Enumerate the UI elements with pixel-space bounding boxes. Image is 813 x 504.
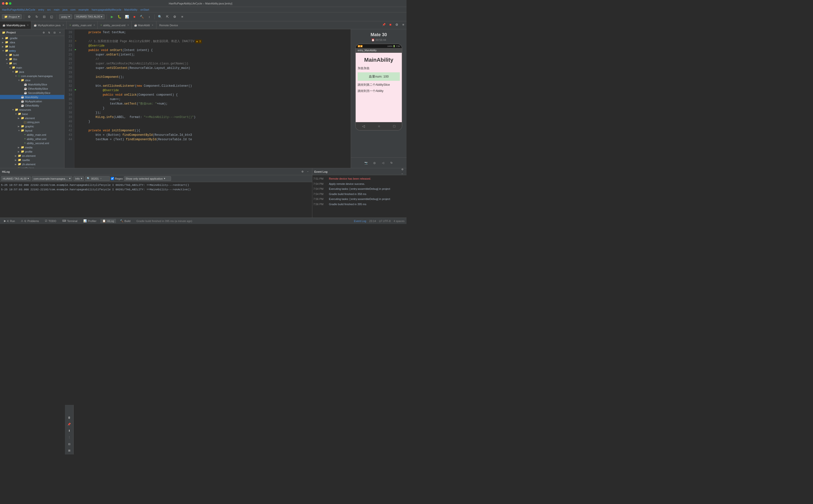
statusbar-hilog-tab[interactable]: 📋 HiLog bbox=[100, 219, 116, 223]
hilog-show-selected[interactable]: Show only selected application ▾ bbox=[124, 176, 171, 181]
tab-ability-second-xml[interactable]: ✦ ability_second.xml × bbox=[98, 21, 132, 29]
breadcrumb-item[interactable]: java bbox=[62, 8, 67, 11]
tree-item-otherability[interactable]: ☕ OtherAbility bbox=[0, 103, 64, 108]
tree-item-myapplication[interactable]: ☕ MyApplication bbox=[0, 99, 64, 103]
sidebar-collapse-button[interactable]: ⊟ bbox=[52, 30, 57, 35]
tree-item-ability-other-xml[interactable]: ✦ ability_other.xml bbox=[0, 137, 64, 141]
profile-button[interactable]: 📊 bbox=[124, 14, 130, 20]
sync-project-button[interactable]: ↕ bbox=[146, 14, 152, 20]
tree-item-rawfile[interactable]: ▶ 📁 rawfile bbox=[0, 158, 64, 162]
search-clear-button[interactable]: × bbox=[100, 177, 102, 180]
tree-item-package[interactable]: ▼ ⬡ com.example.hanrupagea bbox=[0, 74, 64, 78]
tree-item-slice[interactable]: ▼ 📁 slice bbox=[0, 78, 64, 82]
statusbar-build-tab[interactable]: 🔨 Build bbox=[118, 219, 132, 223]
breadcrumb-item[interactable]: com bbox=[70, 8, 76, 11]
search-files-button[interactable]: 🔍 bbox=[157, 14, 163, 20]
hilog-content[interactable]: 5-25 19:57:02.990 22192-22192/com.exampl… bbox=[0, 182, 312, 218]
breadcrumb-item[interactable]: example bbox=[79, 8, 89, 11]
project-selector[interactable]: 📁 Project ▾ bbox=[2, 14, 22, 19]
close-button[interactable] bbox=[2, 2, 4, 5]
tree-item-main[interactable]: ▼ 📁 main bbox=[0, 65, 64, 70]
breadcrumb-item[interactable]: onStart bbox=[140, 8, 149, 11]
tab-mainability-java[interactable]: ☕ MainAbility.java × bbox=[0, 21, 31, 29]
sidebar-close-button[interactable]: × bbox=[58, 30, 62, 35]
tree-item-otherabilityslice[interactable]: ☕ OtherAbilitySlice bbox=[0, 86, 64, 91]
phone-back-button[interactable]: ◁ bbox=[362, 124, 365, 128]
tree-item-en-element[interactable]: ▶ 📁 en.element bbox=[0, 154, 64, 158]
settings-tab-button[interactable]: ⚙ bbox=[394, 21, 400, 28]
sidebar-settings-button[interactable]: ⚙ bbox=[41, 30, 46, 35]
tree-item-mainabilityslice[interactable]: ☕ MainAbilitySlice bbox=[0, 82, 64, 86]
breadcrumb-item[interactable]: MainAbility bbox=[124, 8, 137, 11]
run-button[interactable]: ▶ bbox=[109, 14, 115, 20]
tree-item-ability-main-xml[interactable]: ✦ ability_main.xml bbox=[0, 133, 64, 137]
tree-item-gradle[interactable]: ▶ 📁 .gradle bbox=[0, 36, 64, 40]
hilog-level-select[interactable]: Info ▾ bbox=[73, 176, 84, 181]
tree-item-ability-second-xml[interactable]: ✦ ability_second.xml bbox=[0, 141, 64, 145]
statusbar-profiler-tab[interactable]: 📊 Profiler bbox=[81, 219, 98, 223]
tree-item-layout[interactable]: ▼ 📁 layout bbox=[0, 128, 64, 133]
tree-item-resources[interactable]: ▼ 📁 resources bbox=[0, 108, 64, 112]
tab-myapplication-java[interactable]: ☕ MyApplication.java × bbox=[31, 21, 67, 29]
tab-close-icon[interactable]: × bbox=[62, 24, 64, 27]
search-button[interactable]: ◱ bbox=[48, 14, 55, 20]
breadcrumb-item[interactable]: main bbox=[54, 8, 60, 11]
debug-button[interactable]: 🐛 bbox=[116, 14, 123, 20]
phone-recents-button[interactable]: □ bbox=[393, 124, 395, 128]
tree-item-entry[interactable]: ▼ 📁 entry bbox=[0, 49, 64, 53]
statusbar-todo-tab[interactable]: ☑ TODO bbox=[43, 219, 58, 223]
tree-item-zh-element[interactable]: ▶ 📁 zh.element bbox=[0, 162, 64, 166]
more-button[interactable]: ≡ bbox=[179, 14, 185, 20]
breadcrumb-item[interactable]: HanRuPageAbilityLifeCycle bbox=[2, 8, 35, 11]
minimize-button[interactable] bbox=[5, 2, 8, 5]
phone-home-button[interactable]: ○ bbox=[378, 124, 380, 128]
sync-button[interactable]: ↻ bbox=[33, 14, 40, 20]
tree-item-profile[interactable]: ▶ 📁 profile bbox=[0, 149, 64, 154]
statusbar-event-log[interactable]: Event Log bbox=[354, 220, 366, 223]
tree-item-base[interactable]: ▼ 📁 base bbox=[0, 112, 64, 116]
tree-item-idea[interactable]: ▶ 📁 .idea bbox=[0, 40, 64, 44]
config-button[interactable]: ⚙ bbox=[172, 14, 178, 20]
breadcrumb-item[interactable]: src bbox=[47, 8, 51, 11]
expand-button[interactable]: ⇱ bbox=[164, 14, 171, 20]
statusbar-problems-tab[interactable]: ⚠ 6: Problems bbox=[19, 219, 41, 223]
statusbar-run-tab[interactable]: ▶ 4: Run bbox=[2, 219, 17, 223]
tab-close-icon[interactable]: × bbox=[152, 24, 153, 27]
tab-remote-device[interactable]: Remote Device bbox=[156, 21, 181, 29]
device-rotate-button[interactable]: ↻ bbox=[388, 160, 395, 166]
tree-item-config-json[interactable]: { } config.json bbox=[0, 166, 64, 168]
tab-mainabilit[interactable]: ☕ MainAbilit × bbox=[132, 21, 156, 29]
hilog-close-button[interactable]: − bbox=[306, 169, 310, 174]
code-content[interactable]: 20 21 22 23 24 25 26 27 28 29 30 31 32 3… bbox=[64, 29, 351, 168]
build-project-button[interactable]: 🔨 bbox=[139, 14, 145, 20]
entry-selector[interactable]: entry ▾ bbox=[59, 14, 72, 19]
breadcrumb-item[interactable]: hanrupageabilitylifecycle bbox=[92, 8, 121, 11]
device-screenshot-button[interactable]: 📷 bbox=[363, 160, 369, 166]
device-back-button[interactable]: ◁ bbox=[380, 160, 386, 166]
pin-tab-button[interactable]: 📌 bbox=[381, 21, 387, 28]
hilog-regex-checkbox[interactable] bbox=[111, 177, 114, 180]
tree-item-mainability[interactable]: ☕ MainAbility bbox=[0, 95, 64, 99]
tree-item-java[interactable]: ▼ 📁 java bbox=[0, 70, 64, 74]
tree-item-build[interactable]: ▶ 📁 build bbox=[0, 53, 64, 57]
tree-item-media[interactable]: ▶ 📁 media bbox=[0, 145, 64, 149]
build-button[interactable]: ⚙ bbox=[26, 14, 32, 20]
hilog-device-select[interactable]: HUAWEI TAS-AL00 ▾ bbox=[1, 176, 31, 181]
tab-ability-main-xml[interactable]: ✦ ability_main.xml × bbox=[67, 21, 98, 29]
event-log-settings-button[interactable]: ⚙ bbox=[400, 167, 405, 172]
stop-button[interactable]: ■ bbox=[131, 14, 138, 20]
hilog-package-select[interactable]: com.example.hanrupageabilitylifecycli ▾ bbox=[32, 176, 72, 181]
more-tabs-button[interactable]: ≡ bbox=[400, 21, 407, 28]
tab-close-icon[interactable]: × bbox=[127, 24, 129, 27]
tab-close-icon[interactable]: × bbox=[93, 24, 95, 27]
hilog-settings-button[interactable]: ⚙ bbox=[300, 169, 305, 174]
tree-item-build-root[interactable]: ▶ 📁 build bbox=[0, 44, 64, 49]
tree-item-src[interactable]: ▼ 📁 src bbox=[0, 61, 64, 65]
device-selector[interactable]: HUAWEI TAS-AL00 ▾ bbox=[74, 14, 105, 19]
tree-item-secondabilityslice[interactable]: ☕ SecondAbilitySlice bbox=[0, 91, 64, 95]
tree-item-string-json[interactable]: { } string.json bbox=[0, 120, 64, 124]
breadcrumb-item[interactable]: entry bbox=[38, 8, 44, 11]
tree-item-libs[interactable]: ▶ 📁 libs bbox=[0, 57, 64, 61]
device-target-button[interactable]: ◎ bbox=[371, 160, 378, 166]
settings-button[interactable]: ⊟ bbox=[41, 14, 47, 20]
